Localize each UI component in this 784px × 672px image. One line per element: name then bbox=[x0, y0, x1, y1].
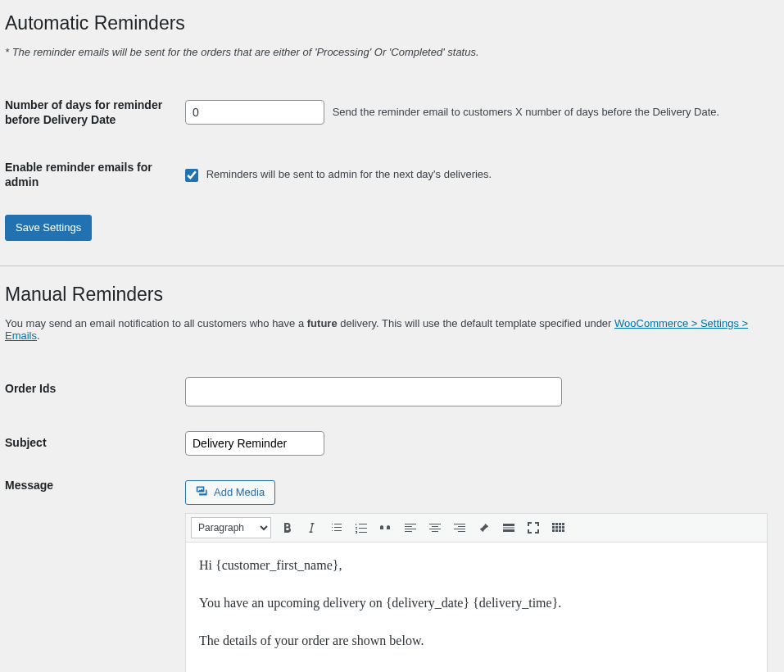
message-line: {order_details} bbox=[199, 669, 754, 672]
media-icon bbox=[196, 484, 209, 500]
bold-icon[interactable] bbox=[276, 517, 299, 538]
section-divider bbox=[0, 266, 784, 266]
manual-reminders-desc: You may send an email notification to al… bbox=[5, 317, 776, 342]
automatic-reminders-form: Number of days for reminder before Deliv… bbox=[5, 81, 776, 207]
enable-admin-checkbox[interactable] bbox=[185, 169, 198, 182]
message-line: Hi {customer_first_name}, bbox=[199, 556, 754, 575]
save-settings-button[interactable]: Save Settings bbox=[5, 215, 92, 241]
align-left-icon[interactable] bbox=[399, 517, 422, 538]
add-media-button[interactable]: Add Media bbox=[185, 480, 275, 505]
fullscreen-icon[interactable] bbox=[522, 517, 545, 538]
manual-reminders-form: Order Ids Subject Message Add Media Para… bbox=[5, 365, 776, 672]
blockquote-icon[interactable] bbox=[374, 517, 397, 538]
message-line: The details of your order are shown belo… bbox=[199, 631, 754, 651]
subject-label: Subject bbox=[5, 419, 185, 468]
editor-toolbar: Paragraph bbox=[186, 514, 767, 543]
italic-icon[interactable] bbox=[301, 517, 324, 538]
format-select[interactable]: Paragraph bbox=[191, 517, 271, 538]
automatic-reminders-desc: * The reminder emails will be sent for t… bbox=[5, 46, 776, 58]
enable-admin-help: Reminders will be sent to admin for the … bbox=[206, 168, 492, 180]
orderids-input[interactable] bbox=[185, 377, 562, 406]
automatic-reminders-heading: Automatic Reminders bbox=[5, 11, 776, 36]
align-center-icon[interactable] bbox=[424, 517, 446, 538]
number-list-icon[interactable] bbox=[350, 517, 373, 538]
manual-reminders-heading: Manual Reminders bbox=[5, 283, 776, 307]
days-input[interactable] bbox=[185, 100, 324, 125]
message-body[interactable]: Hi {customer_first_name}, You have an up… bbox=[186, 543, 767, 672]
days-label: Number of days for reminder before Deliv… bbox=[5, 81, 185, 143]
enable-admin-label: Enable reminder emails for admin bbox=[5, 143, 185, 206]
message-label: Message bbox=[5, 468, 185, 672]
orderids-label: Order Ids bbox=[5, 365, 185, 419]
days-help: Send the reminder email to customers X n… bbox=[333, 106, 720, 118]
subject-input[interactable] bbox=[185, 431, 324, 456]
toolbar-toggle-icon[interactable] bbox=[546, 517, 569, 538]
add-media-label: Add Media bbox=[214, 486, 265, 498]
rich-editor: Paragraph Hi {customer_first_ bbox=[185, 513, 768, 672]
align-right-icon[interactable] bbox=[448, 517, 471, 538]
bullet-list-icon[interactable] bbox=[325, 517, 348, 538]
readmore-icon[interactable] bbox=[497, 517, 520, 538]
link-icon[interactable] bbox=[473, 517, 496, 538]
message-line: You have an upcoming delivery on {delive… bbox=[199, 593, 754, 613]
